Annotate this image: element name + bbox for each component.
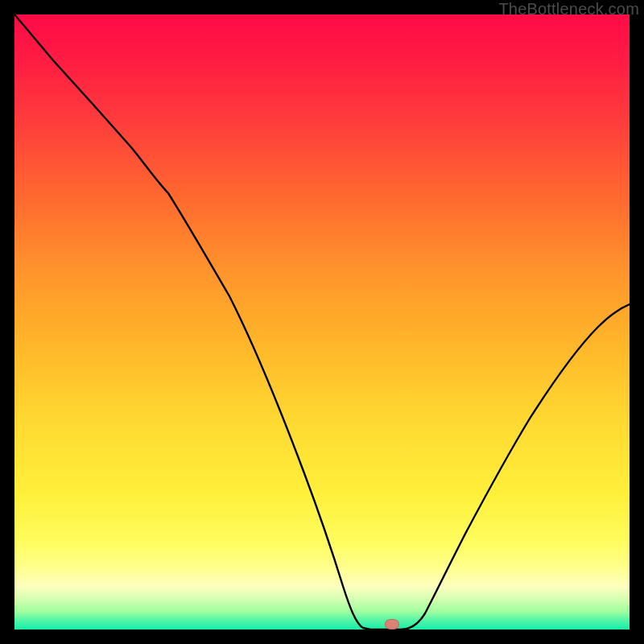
bottleneck-curve-svg	[14, 14, 630, 630]
plot-area	[14, 14, 630, 630]
chart-frame: TheBottleneck.com	[0, 0, 644, 644]
bottleneck-curve-path	[14, 14, 630, 630]
optimal-marker	[385, 619, 399, 630]
watermark-text: TheBottleneck.com	[498, 0, 639, 19]
